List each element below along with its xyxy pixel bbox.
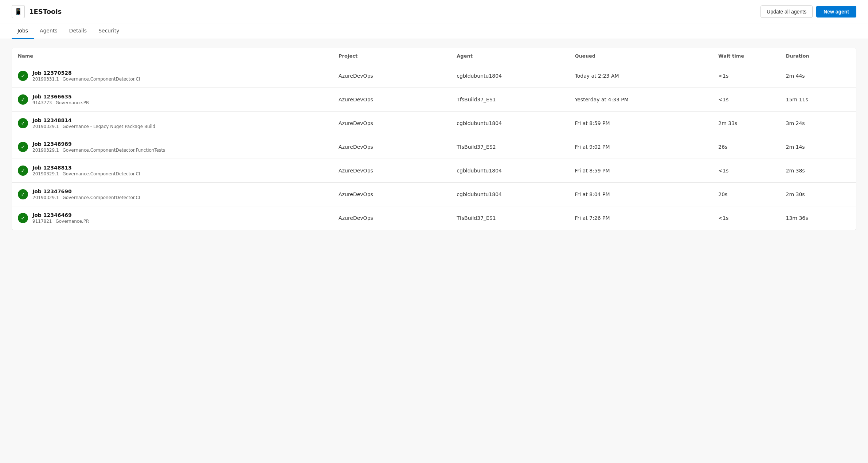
job-title: Job 12348989 — [32, 141, 165, 147]
job-queued: Yesterday at 4:33 PM — [569, 88, 713, 112]
tab-agents[interactable]: Agents — [34, 23, 63, 39]
job-id: 20190329.1 — [32, 124, 59, 129]
job-duration: 15m 11s — [780, 88, 856, 112]
table-row[interactable]: ✓ Job 12366635 9143773 Governance.PR Azu… — [12, 88, 856, 112]
job-info: Job 12366635 9143773 Governance.PR — [32, 94, 89, 105]
job-info: Job 12348813 20190329.1 Governance.Compo… — [32, 165, 140, 176]
job-id: 20190329.1 — [32, 171, 59, 176]
job-queued: Fri at 8:59 PM — [569, 159, 713, 183]
status-success-icon: ✓ — [18, 142, 28, 152]
job-meta: 20190329.1 Governance.ComponentDetector.… — [32, 171, 140, 176]
col-header-duration: Duration — [780, 48, 856, 64]
job-duration: 2m 44s — [780, 64, 856, 88]
job-title: Job 12347690 — [32, 188, 140, 194]
job-wait-time: 26s — [712, 135, 780, 159]
table-row[interactable]: ✓ Job 12346469 9117821 Governance.PR Azu… — [12, 206, 856, 230]
job-queued: Fri at 9:02 PM — [569, 135, 713, 159]
status-success-icon: ✓ — [18, 213, 28, 223]
status-success-icon: ✓ — [18, 94, 28, 105]
job-pipeline: Governance.PR — [55, 100, 89, 105]
job-queued: Today at 2:23 AM — [569, 64, 713, 88]
tab-security[interactable]: Security — [93, 23, 125, 39]
job-duration: 2m 14s — [780, 135, 856, 159]
job-duration: 13m 36s — [780, 206, 856, 230]
job-id: 9143773 — [32, 100, 52, 105]
job-meta: 20190329.1 Governance.ComponentDetector.… — [32, 195, 140, 200]
job-id: 20190329.1 — [32, 195, 59, 200]
app-title: 1ESTools — [29, 8, 62, 15]
job-title: Job 12370528 — [32, 70, 140, 76]
job-info: Job 12370528 20190331.1 Governance.Compo… — [32, 70, 140, 82]
job-info: Job 12348989 20190329.1 Governance.Compo… — [32, 141, 165, 153]
job-title: Job 12348814 — [32, 117, 155, 123]
job-meta: 9117821 Governance.PR — [32, 219, 89, 224]
status-success-icon: ✓ — [18, 118, 28, 128]
job-row: ✓ Job 12348989 20190329.1 Governance.Com… — [18, 141, 327, 153]
job-project: AzureDevOps — [333, 135, 451, 159]
table-header-row: Name Project Agent Queued Wait time Dura… — [12, 48, 856, 64]
job-meta: 20190331.1 Governance.ComponentDetector.… — [32, 77, 140, 82]
status-success-icon: ✓ — [18, 71, 28, 81]
jobs-table-container: Name Project Agent Queued Wait time Dura… — [12, 48, 856, 230]
header-left: 📱 1ESTools — [12, 5, 62, 18]
job-wait-time: 20s — [712, 183, 780, 206]
job-title: Job 12348813 — [32, 165, 140, 171]
job-duration: 2m 30s — [780, 183, 856, 206]
job-wait-time: <1s — [712, 159, 780, 183]
job-agent: cgbldubuntu1804 — [451, 159, 569, 183]
job-project: AzureDevOps — [333, 88, 451, 112]
job-pipeline: Governance - Legacy Nuget Package Build — [63, 124, 155, 129]
new-agent-button[interactable]: New agent — [816, 6, 856, 17]
job-info: Job 12346469 9117821 Governance.PR — [32, 212, 89, 224]
job-title: Job 12366635 — [32, 94, 89, 100]
job-row: ✓ Job 12366635 9143773 Governance.PR — [18, 94, 327, 105]
table-row[interactable]: ✓ Job 12348814 20190329.1 Governance - L… — [12, 112, 856, 135]
app-icon: 📱 — [12, 5, 25, 18]
job-agent: cgbldubuntu1804 — [451, 64, 569, 88]
table-row[interactable]: ✓ Job 12347690 20190329.1 Governance.Com… — [12, 183, 856, 206]
job-queued: Fri at 7:26 PM — [569, 206, 713, 230]
job-pipeline: Governance.ComponentDetector.CI — [63, 195, 140, 200]
job-wait-time: <1s — [712, 206, 780, 230]
job-meta: 9143773 Governance.PR — [32, 100, 89, 105]
job-project: AzureDevOps — [333, 159, 451, 183]
job-project: AzureDevOps — [333, 64, 451, 88]
header-actions: Update all agents New agent — [761, 5, 856, 18]
col-header-project: Project — [333, 48, 451, 64]
job-info: Job 12347690 20190329.1 Governance.Compo… — [32, 188, 140, 200]
tab-details[interactable]: Details — [63, 23, 93, 39]
job-wait-time: 2m 33s — [712, 112, 780, 135]
update-all-agents-button[interactable]: Update all agents — [761, 5, 813, 18]
col-header-name: Name — [12, 48, 333, 64]
table-row[interactable]: ✓ Job 12370528 20190331.1 Governance.Com… — [12, 64, 856, 88]
job-agent: cgbldubuntu1804 — [451, 183, 569, 206]
job-project: AzureDevOps — [333, 206, 451, 230]
job-row: ✓ Job 12346469 9117821 Governance.PR — [18, 212, 327, 224]
job-queued: Fri at 8:59 PM — [569, 112, 713, 135]
job-pipeline: Governance.ComponentDetector.CI — [63, 171, 140, 176]
tab-jobs[interactable]: Jobs — [12, 23, 34, 39]
job-project: AzureDevOps — [333, 183, 451, 206]
job-agent: TfsBuild37_ES2 — [451, 135, 569, 159]
job-wait-time: <1s — [712, 88, 780, 112]
status-success-icon: ✓ — [18, 189, 28, 199]
col-header-wait-time: Wait time — [712, 48, 780, 64]
table-row[interactable]: ✓ Job 12348989 20190329.1 Governance.Com… — [12, 135, 856, 159]
job-meta: 20190329.1 Governance - Legacy Nuget Pac… — [32, 124, 155, 129]
job-agent: TfsBuild37_ES1 — [451, 88, 569, 112]
job-row: ✓ Job 12348813 20190329.1 Governance.Com… — [18, 165, 327, 176]
status-success-icon: ✓ — [18, 166, 28, 176]
job-id: 20190331.1 — [32, 77, 59, 82]
table-row[interactable]: ✓ Job 12348813 20190329.1 Governance.Com… — [12, 159, 856, 183]
job-queued: Fri at 8:04 PM — [569, 183, 713, 206]
job-title: Job 12346469 — [32, 212, 89, 218]
job-pipeline: Governance.ComponentDetector.FunctionTes… — [63, 148, 165, 153]
header: 📱 1ESTools Update all agents New agent — [0, 0, 868, 23]
main-content: Name Project Agent Queued Wait time Dura… — [0, 39, 868, 239]
job-agent: TfsBuild37_ES1 — [451, 206, 569, 230]
job-id: 20190329.1 — [32, 148, 59, 153]
col-header-agent: Agent — [451, 48, 569, 64]
nav-tabs: Jobs Agents Details Security — [0, 23, 868, 39]
job-row: ✓ Job 12370528 20190331.1 Governance.Com… — [18, 70, 327, 82]
col-header-queued: Queued — [569, 48, 713, 64]
